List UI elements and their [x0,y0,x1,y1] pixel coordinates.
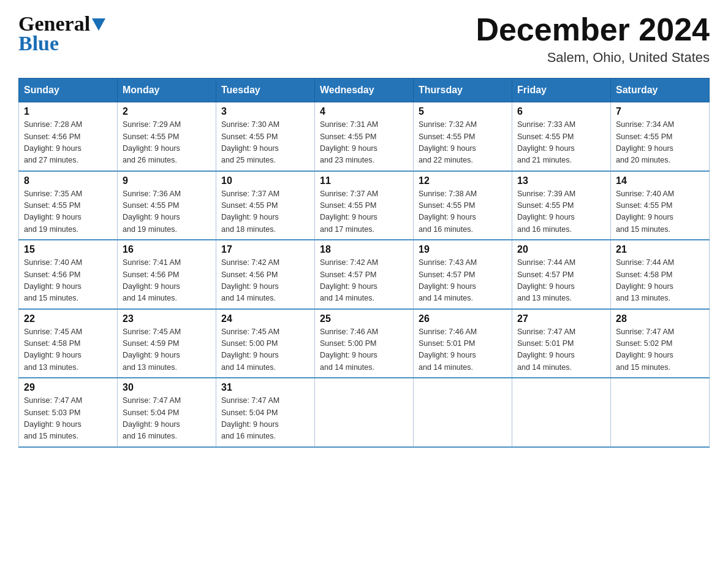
calendar-cell: 10Sunrise: 7:37 AMSunset: 4:55 PMDayligh… [216,171,315,240]
logo-blue-text: Blue [18,32,59,55]
calendar-week-row: 15Sunrise: 7:40 AMSunset: 4:56 PMDayligh… [19,240,710,309]
day-info: Sunrise: 7:38 AMSunset: 4:55 PMDaylight:… [419,188,507,236]
day-number: 28 [616,313,704,324]
day-info: Sunrise: 7:41 AMSunset: 4:56 PMDaylight:… [123,257,211,305]
day-info: Sunrise: 7:28 AMSunset: 4:56 PMDaylight:… [24,119,112,167]
day-number: 21 [616,244,704,255]
logo: General Blue [18,12,105,55]
page-header: General Blue December 2024 Salem, Ohio, … [18,12,710,66]
day-of-week-header: Friday [512,79,611,102]
calendar-cell: 19Sunrise: 7:43 AMSunset: 4:57 PMDayligh… [414,240,512,309]
calendar-title-area: December 2024 Salem, Ohio, United States [476,12,710,66]
calendar-cell: 15Sunrise: 7:40 AMSunset: 4:56 PMDayligh… [19,240,118,309]
calendar-cell: 14Sunrise: 7:40 AMSunset: 4:55 PMDayligh… [611,171,710,240]
day-number: 29 [24,382,112,393]
calendar-cell: 22Sunrise: 7:45 AMSunset: 4:58 PMDayligh… [19,309,118,378]
day-number: 22 [24,313,112,324]
day-info: Sunrise: 7:40 AMSunset: 4:55 PMDaylight:… [616,188,704,236]
day-number: 4 [320,106,408,117]
day-of-week-header: Saturday [611,79,710,102]
day-of-week-header: Sunday [19,79,118,102]
day-info: Sunrise: 7:40 AMSunset: 4:56 PMDaylight:… [24,257,112,305]
calendar-cell: 20Sunrise: 7:44 AMSunset: 4:57 PMDayligh… [512,240,611,309]
calendar-cell: 26Sunrise: 7:46 AMSunset: 5:01 PMDayligh… [414,309,512,378]
day-number: 24 [221,313,309,324]
day-info: Sunrise: 7:46 AMSunset: 5:00 PMDaylight:… [320,326,408,374]
day-number: 13 [517,175,605,186]
day-info: Sunrise: 7:32 AMSunset: 4:55 PMDaylight:… [419,119,507,167]
day-number: 2 [123,106,211,117]
calendar-cell: 17Sunrise: 7:42 AMSunset: 4:56 PMDayligh… [216,240,315,309]
day-number: 20 [517,244,605,255]
calendar-cell [315,378,414,447]
logo-arrow-icon [92,18,105,31]
day-number: 18 [320,244,408,255]
day-info: Sunrise: 7:39 AMSunset: 4:55 PMDaylight:… [517,188,605,236]
day-info: Sunrise: 7:43 AMSunset: 4:57 PMDaylight:… [419,257,507,305]
day-number: 5 [419,106,507,117]
day-info: Sunrise: 7:30 AMSunset: 4:55 PMDaylight:… [221,119,309,167]
day-number: 12 [419,175,507,186]
day-info: Sunrise: 7:45 AMSunset: 5:00 PMDaylight:… [221,326,309,374]
day-of-week-header: Tuesday [216,79,315,102]
day-number: 3 [221,106,309,117]
day-number: 23 [123,313,211,324]
day-number: 30 [123,382,211,393]
day-info: Sunrise: 7:44 AMSunset: 4:58 PMDaylight:… [616,257,704,305]
day-info: Sunrise: 7:46 AMSunset: 5:01 PMDaylight:… [419,326,507,374]
day-info: Sunrise: 7:47 AMSunset: 5:03 PMDaylight:… [24,395,112,443]
day-number: 17 [221,244,309,255]
day-of-week-header: Wednesday [315,79,414,102]
day-number: 8 [24,175,112,186]
day-number: 16 [123,244,211,255]
calendar-cell: 4Sunrise: 7:31 AMSunset: 4:55 PMDaylight… [315,102,414,171]
calendar-cell: 1Sunrise: 7:28 AMSunset: 4:56 PMDaylight… [19,102,118,171]
calendar-cell: 5Sunrise: 7:32 AMSunset: 4:55 PMDaylight… [414,102,512,171]
calendar-cell: 2Sunrise: 7:29 AMSunset: 4:55 PMDaylight… [118,102,216,171]
calendar-week-row: 8Sunrise: 7:35 AMSunset: 4:55 PMDaylight… [19,171,710,240]
calendar-cell: 9Sunrise: 7:36 AMSunset: 4:55 PMDaylight… [118,171,216,240]
calendar-cell: 21Sunrise: 7:44 AMSunset: 4:58 PMDayligh… [611,240,710,309]
day-number: 1 [24,106,112,117]
day-number: 10 [221,175,309,186]
day-number: 11 [320,175,408,186]
day-info: Sunrise: 7:34 AMSunset: 4:55 PMDaylight:… [616,119,704,167]
calendar-cell: 31Sunrise: 7:47 AMSunset: 5:04 PMDayligh… [216,378,315,447]
calendar-cell: 3Sunrise: 7:30 AMSunset: 4:55 PMDaylight… [216,102,315,171]
day-info: Sunrise: 7:37 AMSunset: 4:55 PMDaylight:… [320,188,408,236]
day-info: Sunrise: 7:47 AMSunset: 5:02 PMDaylight:… [616,326,704,374]
calendar-cell: 11Sunrise: 7:37 AMSunset: 4:55 PMDayligh… [315,171,414,240]
day-number: 9 [123,175,211,186]
calendar-cell: 29Sunrise: 7:47 AMSunset: 5:03 PMDayligh… [19,378,118,447]
day-number: 19 [419,244,507,255]
calendar-cell [512,378,611,447]
day-info: Sunrise: 7:45 AMSunset: 4:59 PMDaylight:… [123,326,211,374]
calendar-cell: 28Sunrise: 7:47 AMSunset: 5:02 PMDayligh… [611,309,710,378]
calendar-cell: 16Sunrise: 7:41 AMSunset: 4:56 PMDayligh… [118,240,216,309]
day-of-week-header: Monday [118,79,216,102]
calendar-title: December 2024 [476,12,710,47]
calendar-cell: 8Sunrise: 7:35 AMSunset: 4:55 PMDaylight… [19,171,118,240]
calendar-cell: 13Sunrise: 7:39 AMSunset: 4:55 PMDayligh… [512,171,611,240]
day-info: Sunrise: 7:47 AMSunset: 5:04 PMDaylight:… [221,395,309,443]
calendar-cell: 18Sunrise: 7:42 AMSunset: 4:57 PMDayligh… [315,240,414,309]
day-info: Sunrise: 7:45 AMSunset: 4:58 PMDaylight:… [24,326,112,374]
calendar-cell: 6Sunrise: 7:33 AMSunset: 4:55 PMDaylight… [512,102,611,171]
day-info: Sunrise: 7:31 AMSunset: 4:55 PMDaylight:… [320,119,408,167]
day-info: Sunrise: 7:47 AMSunset: 5:01 PMDaylight:… [517,326,605,374]
calendar-cell [414,378,512,447]
calendar-cell: 25Sunrise: 7:46 AMSunset: 5:00 PMDayligh… [315,309,414,378]
day-number: 25 [320,313,408,324]
day-number: 27 [517,313,605,324]
calendar-cell: 23Sunrise: 7:45 AMSunset: 4:59 PMDayligh… [118,309,216,378]
day-info: Sunrise: 7:35 AMSunset: 4:55 PMDaylight:… [24,188,112,236]
calendar-week-row: 22Sunrise: 7:45 AMSunset: 4:58 PMDayligh… [19,309,710,378]
day-number: 14 [616,175,704,186]
day-info: Sunrise: 7:37 AMSunset: 4:55 PMDaylight:… [221,188,309,236]
calendar-cell: 27Sunrise: 7:47 AMSunset: 5:01 PMDayligh… [512,309,611,378]
calendar-subtitle: Salem, Ohio, United States [476,50,710,66]
day-info: Sunrise: 7:42 AMSunset: 4:56 PMDaylight:… [221,257,309,305]
calendar-week-row: 1Sunrise: 7:28 AMSunset: 4:56 PMDaylight… [19,102,710,171]
calendar-cell: 7Sunrise: 7:34 AMSunset: 4:55 PMDaylight… [611,102,710,171]
day-number: 15 [24,244,112,255]
